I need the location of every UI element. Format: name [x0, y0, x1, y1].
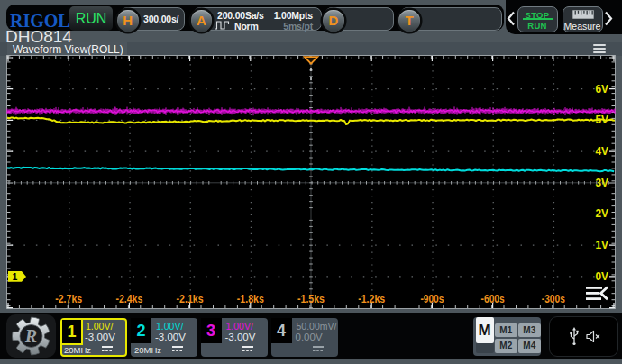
svg-text:-1.8ks: -1.8ks — [237, 293, 264, 305]
svg-text:5V: 5V — [596, 114, 609, 126]
svg-text:3V: 3V — [596, 176, 609, 188]
svg-text:R: R — [24, 326, 37, 346]
svg-text:-300s: -300s — [542, 293, 565, 305]
svg-text:-1.5ks: -1.5ks — [297, 293, 325, 305]
svg-text:1: 1 — [13, 270, 18, 281]
svg-text:-900s: -900s — [420, 293, 444, 305]
svg-text:0V: 0V — [596, 269, 609, 282]
svg-text:-1.2ks: -1.2ks — [358, 293, 385, 305]
svg-text:-2.7ks: -2.7ks — [55, 293, 82, 305]
svg-text:-600s: -600s — [481, 293, 505, 305]
svg-text:4V: 4V — [596, 144, 609, 157]
svg-text:6V: 6V — [596, 82, 609, 95]
svg-text:2V: 2V — [596, 207, 609, 220]
svg-text:1V: 1V — [596, 239, 609, 251]
svg-text:-2.1ks: -2.1ks — [177, 293, 204, 305]
svg-text:-2.4ks: -2.4ks — [115, 293, 142, 305]
